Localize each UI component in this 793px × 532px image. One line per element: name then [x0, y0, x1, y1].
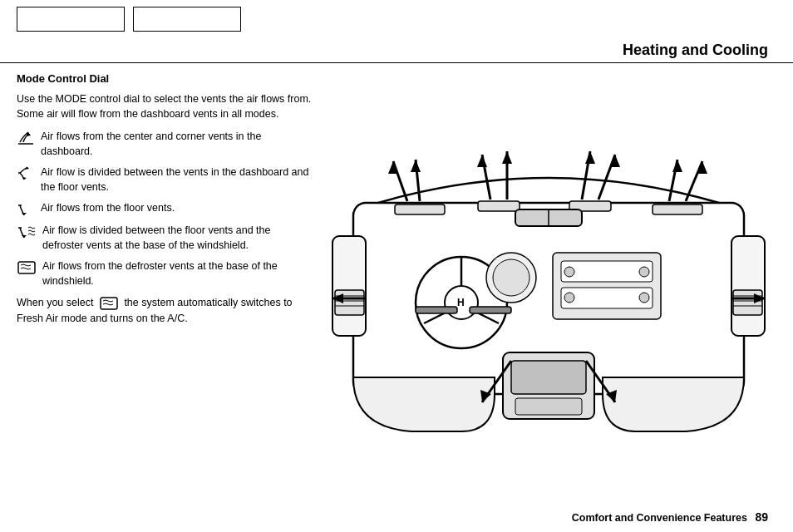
top-nav — [0, 0, 793, 38]
page-wrapper: Heating and Cooling Mode Control Dial Us… — [0, 0, 793, 532]
mode-text-center: Air flows from the center and corner ven… — [41, 130, 312, 159]
mode-item-floor-defroster: Air flow is divided between the floor ve… — [17, 224, 312, 253]
svg-marker-6 — [22, 213, 27, 215]
svg-marker-54 — [585, 151, 595, 164]
bilevel-icon — [17, 165, 35, 181]
svg-rect-11 — [101, 298, 117, 309]
svg-marker-48 — [411, 160, 421, 172]
right-column: H — [320, 71, 776, 500]
footer-page: 89 — [755, 510, 768, 524]
nav-box-1[interactable] — [17, 7, 125, 32]
mode-text-floor-defroster: Air flow is divided between the floor ve… — [42, 224, 312, 253]
footer-section: Comfort and Convenience Features — [572, 512, 747, 524]
mode-text-floor: Air flows from the floor vents. — [41, 201, 312, 216]
svg-rect-40 — [515, 398, 582, 415]
svg-rect-10 — [18, 262, 35, 273]
defroster-inline-icon — [99, 296, 119, 311]
svg-text:H: H — [457, 297, 465, 308]
svg-rect-41 — [395, 204, 445, 214]
svg-point-25 — [639, 293, 649, 303]
when-select-text: When you select the system automatically… — [17, 295, 312, 326]
floor-defroster-icon — [17, 224, 37, 239]
svg-rect-20 — [561, 261, 653, 282]
nav-box-2[interactable] — [133, 7, 241, 32]
svg-point-23 — [639, 267, 649, 277]
left-column: Mode Control Dial Use the MODE control d… — [17, 71, 312, 500]
main-content: Mode Control Dial Use the MODE control d… — [0, 63, 793, 500]
mode-item-center: Air flows from the center and corner ven… — [17, 130, 312, 159]
svg-rect-42 — [478, 201, 520, 211]
svg-rect-71 — [416, 307, 457, 313]
svg-rect-72 — [470, 307, 511, 313]
car-diagram: H — [328, 136, 769, 436]
mode-item-defroster: Air flows from the defroster vents at th… — [17, 259, 312, 288]
svg-rect-29 — [335, 290, 364, 315]
center-vent-icon — [17, 130, 35, 145]
mode-item-floor: Air flows from the floor vents. — [17, 201, 312, 217]
intro-text: Use the MODE control dial to select the … — [17, 91, 312, 121]
mode-item-bilevel: Air flow is divided between the vents in… — [17, 165, 312, 195]
floor-icon — [17, 201, 35, 217]
section-title: Mode Control Dial — [17, 71, 312, 86]
mode-text-bilevel: Air flow is divided between the vents in… — [41, 165, 312, 195]
page-title: Heating and Cooling — [623, 42, 768, 58]
svg-marker-8 — [22, 235, 27, 238]
svg-marker-58 — [672, 160, 682, 172]
svg-marker-50 — [477, 155, 487, 167]
footer: Comfort and Convenience Features 89 — [572, 510, 768, 524]
mode-text-defroster: Air flows from the defroster vents at th… — [42, 259, 312, 288]
header-section: Heating and Cooling — [0, 42, 793, 63]
svg-rect-34 — [733, 290, 762, 315]
svg-point-24 — [564, 293, 574, 303]
when-prefix: When you select — [17, 297, 93, 308]
svg-rect-39 — [511, 361, 586, 394]
svg-marker-52 — [502, 151, 512, 164]
svg-rect-21 — [561, 288, 653, 308]
svg-point-22 — [564, 267, 574, 277]
svg-rect-44 — [653, 204, 702, 214]
svg-point-27 — [493, 259, 529, 296]
svg-rect-28 — [332, 236, 366, 336]
svg-rect-33 — [731, 236, 765, 336]
defroster-icon — [17, 259, 37, 275]
